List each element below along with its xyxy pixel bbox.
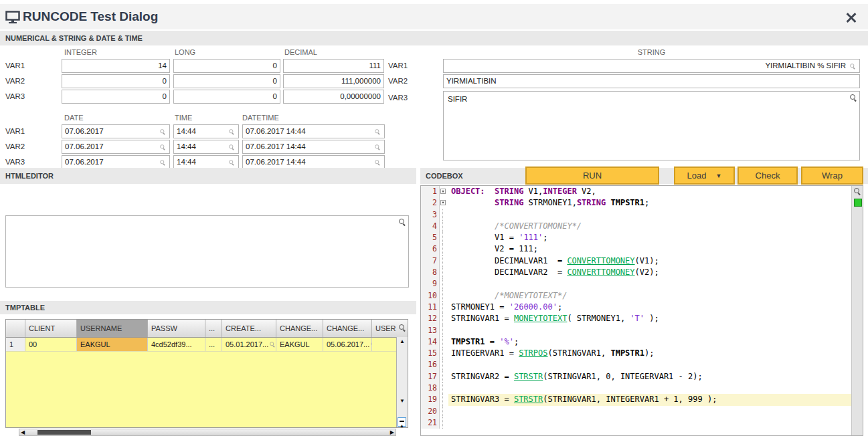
decimal-var3-field[interactable]: 0,00000000 <box>283 90 384 104</box>
code-text[interactable] <box>448 209 852 221</box>
table-header-client[interactable]: CLIENT <box>25 320 77 337</box>
code-line[interactable]: 1OBJECT: STRING V1,INTEGER V2, <box>421 186 852 197</box>
scrollbar-thumb[interactable] <box>37 430 91 435</box>
integer-var2-field[interactable]: 0 <box>62 74 170 88</box>
htmleditor-textarea[interactable] <box>5 215 409 288</box>
code-line[interactable]: 2 STRING STRMONEY1,STRING TMPSTR1; <box>421 197 852 209</box>
datetime-var2-field[interactable]: 07.06.2017 14:44 <box>242 140 385 154</box>
scroll-up-icon[interactable]: ▲ <box>397 337 408 346</box>
code-text[interactable]: INTEGERVAR1 = STRPOS(STRINGVAR1, TMPSTR1… <box>448 348 852 359</box>
vertical-scrollbar[interactable]: ▲ ▼ ▲ <box>396 337 408 427</box>
row-number-cell[interactable]: 1 <box>6 338 25 351</box>
time-var1-field[interactable]: 14:44 <box>173 124 239 138</box>
cell-username[interactable]: EAKGUL <box>77 338 148 351</box>
code-line[interactable]: 10 /*MONEYTOTEXT*/ <box>421 290 852 302</box>
code-lines[interactable]: 1OBJECT: STRING V1,INTEGER V2,2 STRING S… <box>421 186 852 435</box>
load-button[interactable]: Load▼ <box>674 167 735 185</box>
code-line[interactable]: 20 <box>421 406 852 417</box>
datetime-var3-field[interactable]: 07.06.2017 14:44 <box>242 155 385 169</box>
time-var2-field[interactable]: 14:44 <box>173 140 239 154</box>
table-header-create[interactable]: CREATE... <box>222 320 276 337</box>
table-header-username[interactable]: USERNAME <box>77 320 148 337</box>
code-text[interactable]: STRINGVAR1 = MONEYTOTEXT( STRMONEY1, 'T'… <box>448 313 852 324</box>
code-text[interactable]: STRING STRMONEY1,STRING TMPSTR1; <box>448 197 852 209</box>
code-text[interactable]: TMPSTR1 = '%'; <box>448 336 852 348</box>
scroll-right-icon[interactable]: ▶ <box>390 429 394 436</box>
cell-change2[interactable]: 05.06.2017... <box>323 338 372 351</box>
code-text[interactable] <box>448 383 852 394</box>
code-text[interactable]: STRMONEY1 = '26000.00'; <box>448 302 852 313</box>
code-line[interactable]: 11STRMONEY1 = '26000.00'; <box>421 302 852 313</box>
close-icon[interactable] <box>844 10 859 25</box>
search-icon[interactable] <box>229 128 235 134</box>
cell-user[interactable] <box>372 338 397 351</box>
code-editor[interactable]: 1OBJECT: STRING V1,INTEGER V2,2 STRING S… <box>420 185 863 436</box>
chevron-down-icon[interactable]: ▼ <box>716 173 722 179</box>
date-var3-field[interactable]: 07.06.2017 <box>62 155 170 169</box>
code-text[interactable]: /*CONVERTTOMONEY*/ <box>448 221 852 232</box>
search-icon[interactable] <box>398 218 406 226</box>
code-line[interactable]: 7 DECIMALVAR1 = CONVERTTOMONEY(V1); <box>421 255 852 267</box>
code-line[interactable]: 21 <box>421 417 852 429</box>
datetime-var1-field[interactable]: 07.06.2017 14:44 <box>242 124 385 138</box>
code-line[interactable]: 9 <box>421 278 852 290</box>
string-var2-field[interactable]: YIRMIALTIBIN <box>443 74 860 88</box>
code-text[interactable]: /*MONEYTOTEXT*/ <box>448 290 852 302</box>
horizontal-scrollbar[interactable]: ◀ ▶ <box>19 429 396 436</box>
table-header-change2[interactable]: CHANGE... <box>323 320 372 337</box>
search-icon[interactable] <box>160 144 166 150</box>
search-icon[interactable] <box>375 144 381 150</box>
search-icon[interactable] <box>850 63 856 69</box>
code-text[interactable]: DECIMALVAR2 = CONVERTTOMONEY(V2); <box>448 267 852 278</box>
code-text[interactable] <box>448 417 852 429</box>
code-text[interactable]: V2 = 111; <box>448 243 852 255</box>
code-text[interactable] <box>448 406 852 417</box>
code-line[interactable]: 12STRINGVAR1 = MONEYTOTEXT( STRMONEY1, '… <box>421 313 852 324</box>
code-line[interactable]: 8 DECIMALVAR2 = CONVERTTOMONEY(V2); <box>421 267 852 278</box>
code-line[interactable]: 19STRINGVAR3 = STRSTR(STRINGVAR1, INTEGE… <box>421 394 852 405</box>
search-icon[interactable] <box>270 342 276 348</box>
search-icon[interactable] <box>229 144 235 150</box>
code-text[interactable]: STRINGVAR2 = STRSTR(STRINGVAR1, 0, INTEG… <box>448 371 852 383</box>
cell-client[interactable]: 00 <box>25 338 77 351</box>
integer-var1-field[interactable]: 14 <box>62 59 170 73</box>
scroll-left-icon[interactable]: ◀ <box>21 429 25 436</box>
cell-ellipsis[interactable]: ... <box>205 338 222 351</box>
table-row[interactable]: 1 00 EAKGUL 4cd52df39... ... 05.01.2017.… <box>6 338 408 352</box>
search-icon[interactable] <box>375 128 381 134</box>
table-header-change1[interactable]: CHANGE... <box>276 320 323 337</box>
string-var3-textarea[interactable]: SIFIR <box>443 91 860 160</box>
decimal-var2-field[interactable]: 111,000000 <box>283 74 384 88</box>
run-button[interactable]: RUN <box>525 167 659 185</box>
long-var2-field[interactable]: 0 <box>173 74 280 88</box>
search-icon[interactable] <box>160 159 166 165</box>
search-icon[interactable] <box>375 159 381 165</box>
time-var3-field[interactable]: 14:44 <box>173 155 239 169</box>
code-text[interactable]: STRINGVAR3 = STRSTR(STRINGVAR1, INTEGERV… <box>448 394 852 405</box>
code-line[interactable]: 5 V1 = '111'; <box>421 232 852 243</box>
code-text[interactable]: OBJECT: STRING V1,INTEGER V2, <box>448 186 852 197</box>
cell-passw[interactable]: 4cd52df39... <box>148 338 205 351</box>
table-header-rownum[interactable] <box>6 320 25 337</box>
long-var3-field[interactable]: 0 <box>173 90 280 104</box>
search-icon[interactable] <box>229 159 235 165</box>
search-icon[interactable] <box>849 94 857 102</box>
cell-change1[interactable]: EAKGUL <box>276 338 323 351</box>
long-var1-field[interactable]: 0 <box>173 59 280 73</box>
fold-marker-icon[interactable] <box>440 197 448 209</box>
string-var1-field[interactable]: YIRMIALTIBIN % SIFIR <box>443 59 860 73</box>
wrap-button[interactable]: Wrap <box>801 167 863 185</box>
cell-create[interactable]: 05.01.2017... <box>222 338 276 351</box>
code-line[interactable]: 16 <box>421 359 852 370</box>
date-var2-field[interactable]: 07.06.2017 <box>62 140 170 154</box>
search-icon[interactable] <box>853 187 861 195</box>
scroll-to-top-button[interactable]: ▲ <box>398 417 406 427</box>
code-text[interactable]: V1 = '111'; <box>448 232 852 243</box>
date-var1-field[interactable]: 07.06.2017 <box>62 124 170 138</box>
code-text[interactable] <box>448 278 852 290</box>
scroll-down-icon[interactable]: ▼ <box>397 397 408 406</box>
table-header-ellipsis[interactable]: ... <box>205 320 222 337</box>
search-icon[interactable] <box>160 128 166 134</box>
code-text[interactable] <box>448 325 852 336</box>
code-line[interactable]: 6 V2 = 111; <box>421 243 852 255</box>
